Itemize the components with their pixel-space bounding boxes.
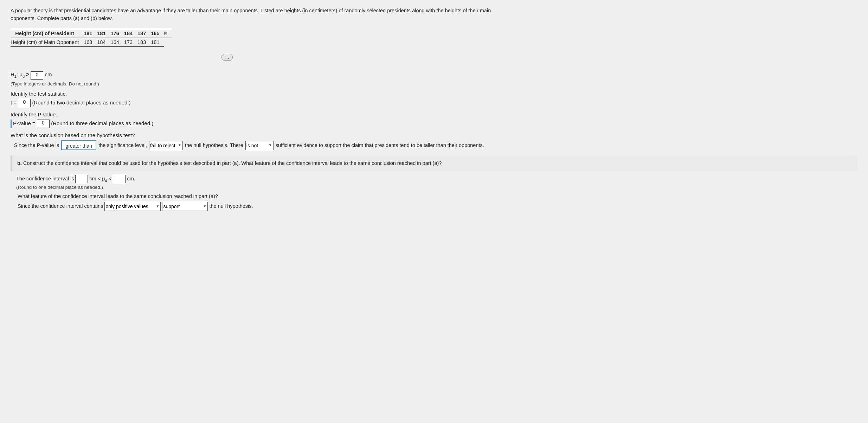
ci-support-select-wrapper[interactable]: support fail to support: [162, 201, 208, 211]
conclusion-line: Since the P-value is greater than the si…: [11, 140, 857, 150]
conf-val1-input[interactable]: [75, 175, 88, 183]
col-header-opponent: Height (cm) of Main Opponent: [11, 38, 84, 46]
p-value-line: P-value = 0 (Round to three decimal plac…: [11, 120, 857, 128]
t-value-line: t = 0 (Round to two decimal places as ne…: [11, 99, 857, 107]
col-val-p5: 187: [137, 29, 151, 38]
since-ci-line: Since the confidence interval contains o…: [11, 201, 857, 211]
col-val-o4: 173: [124, 38, 137, 46]
h1-line: H1: μd > 0 cm: [11, 71, 857, 80]
ci-contains-select[interactable]: only positive values only negative value…: [104, 202, 161, 211]
copy-icon[interactable]: ⎘: [164, 29, 172, 38]
conf-prefix: The confidence interval is: [16, 176, 74, 181]
t-prefix: t =: [11, 99, 17, 105]
conf-round-note: (Round to one decimal place as needed.): [11, 185, 857, 190]
conf-mu-text: cm < μd <: [89, 176, 113, 181]
ci-contains-select-wrapper[interactable]: only positive values only negative value…: [104, 201, 161, 211]
since-ci-prefix: Since the confidence interval contains: [18, 201, 103, 211]
intro-paragraph: A popular theory is that presidential ca…: [11, 7, 503, 23]
feature-question: What feature of the confidence interval …: [11, 193, 857, 199]
since-middle: the significance level,: [98, 140, 147, 150]
conf-suffix: cm.: [127, 176, 135, 181]
pvalue-comparison-dropdown-display[interactable]: greater than: [61, 140, 96, 150]
more-button[interactable]: ...: [221, 54, 233, 61]
since-prefix: Since the P-value is: [14, 140, 59, 150]
col-val-p1: 181: [84, 29, 97, 38]
col-val-o6: 181: [151, 38, 164, 46]
col-val-p2: 181: [97, 29, 110, 38]
ci-suffix: the null hypothesis.: [209, 201, 253, 211]
part-b-label: b.: [17, 160, 22, 166]
col-val-p3: 176: [111, 29, 124, 38]
col-val-o2: 184: [97, 38, 110, 46]
hypothesis-note: (Type integers or decimals. Do not round…: [11, 81, 857, 86]
conf-interval-line: The confidence interval is cm < μd < cm.: [11, 175, 857, 183]
conf-val2-input[interactable]: [113, 175, 126, 183]
part-b-block: b. Construct the confidence interval tha…: [11, 155, 857, 172]
since-after: the null hypothesis. There: [185, 140, 243, 150]
p-value-label: Identify the P-value.: [11, 111, 857, 117]
fail-reject-select[interactable]: fail to reject reject: [149, 141, 183, 150]
col-val-o5: 183: [137, 38, 151, 46]
h1-unit: cm: [45, 71, 52, 77]
test-statistic-label: Identify the test statistic.: [11, 91, 857, 97]
p-value-note: (Round to three decimal places as needed…: [51, 120, 153, 126]
col-header-president: Height (cm) of President: [11, 29, 84, 38]
ci-support-select[interactable]: support fail to support: [162, 202, 208, 211]
h1-operator: >: [26, 71, 29, 78]
t-value-input[interactable]: 0: [18, 99, 31, 107]
h1-value-input[interactable]: 0: [31, 71, 43, 80]
evidence-select[interactable]: is not is: [245, 141, 274, 150]
p-value-input[interactable]: 0: [37, 120, 50, 128]
fail-reject-select-wrapper[interactable]: fail to reject reject: [149, 140, 183, 150]
col-val-o3: 164: [111, 38, 124, 46]
part-b-text: Construct the confidence interval that c…: [23, 160, 442, 166]
p-value-prefix: P-value =: [13, 120, 36, 126]
h1-label: H1: μd: [11, 71, 25, 78]
col-val-o1: 168: [84, 38, 97, 46]
col-val-p4: 184: [124, 29, 137, 38]
since-end: sufficient evidence to support the claim…: [276, 140, 484, 150]
conclusion-question: What is the conclusion based on the hypo…: [11, 132, 857, 138]
data-table: Height (cm) of President 181 181 176 184…: [11, 29, 172, 47]
t-note: (Round to two decimal places as needed.): [32, 99, 130, 105]
col-val-p6: 165: [151, 29, 164, 38]
evidence-select-wrapper[interactable]: is not is: [245, 140, 274, 150]
